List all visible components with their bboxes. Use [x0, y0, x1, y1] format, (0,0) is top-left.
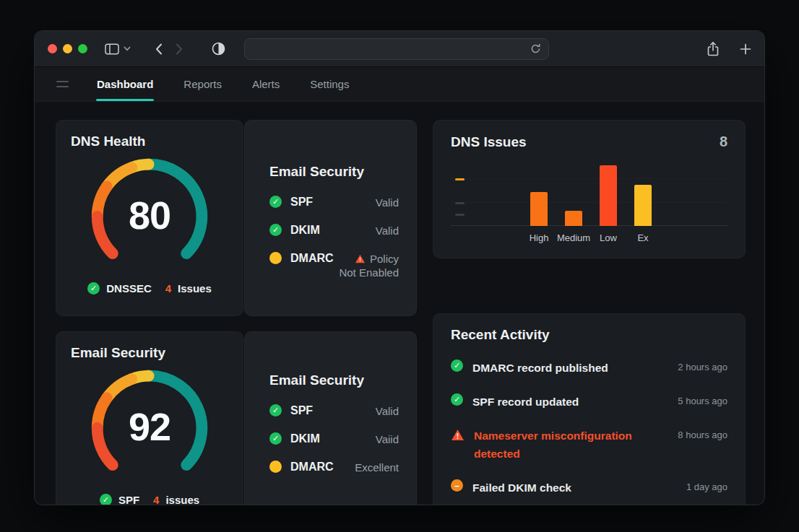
check-icon: ✓ [269, 404, 282, 417]
activity-item: ✓ SPF record updated 5 hours ago [451, 385, 727, 419]
reload-icon[interactable] [530, 43, 541, 54]
chart-baseline [451, 225, 727, 226]
contrast-icon[interactable] [212, 42, 225, 56]
y-tick-low [455, 214, 465, 216]
activity-time: 5 hours ago [678, 393, 727, 406]
dns-health-issue-count: 4 [165, 282, 171, 295]
dmarc-row: DMARC ! Policy Not Enabled [269, 252, 399, 279]
activity-text: DMARC record published [472, 359, 608, 377]
check-icon: ✓ [100, 494, 112, 505]
check-icon: ✓ [451, 393, 463, 406]
email-security-footer: ✓ SPF 4 issues [71, 494, 228, 505]
zoom-window-button[interactable] [78, 44, 87, 53]
activity-text: Failed DKIM check [472, 479, 571, 497]
chart-x-labels: High Medium Low Ex [451, 232, 727, 248]
dmarc-value: Excellent [355, 461, 399, 474]
dns-health-footer-label: DNSSEC [106, 282, 152, 295]
activity-item-alert: ! Nameserver misconfiguration detected 8… [451, 419, 727, 471]
email-security-top-title: Email Security [269, 164, 399, 180]
bar-high [530, 192, 548, 226]
activity-text: Nameserver misconfiguration detected [474, 427, 653, 463]
tab-dashboard[interactable]: Dashboard [82, 67, 168, 101]
app-navbar: Dashboard Reports Alerts Settings [35, 67, 764, 102]
address-bar[interactable] [244, 38, 549, 60]
recent-activity-title: Recent Activity [451, 327, 727, 343]
spf-row: ✓ SPF Valid [269, 404, 399, 418]
email-security-bottom-card: Email Security ✓ SPF Valid ✓ DKIM Vaiid … [244, 331, 417, 505]
gridline [451, 178, 727, 179]
nav-tabs: Dashboard Reports Alerts Settings [82, 67, 364, 101]
email-security-gauge-card: Email Security 92 ✓ SPF 4 issues [56, 331, 243, 505]
dmarc-value: ! Policy Not Enabled [339, 252, 399, 279]
bar-ex [634, 185, 652, 226]
email-gauge-footer-label: SPF [118, 494, 139, 505]
dmarc-label: DMARC [290, 252, 334, 265]
warning-triangle-icon: ! [451, 429, 465, 441]
sidebar-toggle-icon[interactable] [105, 43, 119, 55]
svg-text:!: ! [457, 432, 459, 440]
y-tick-high [455, 178, 465, 180]
dns-issues-card: DNS Issues 8 High Medium Low Ex [433, 120, 746, 258]
activity-time: 8 hours ago [678, 427, 727, 440]
dkim-row: ✓ DKIM Vaiid [269, 432, 399, 446]
activity-list: ✓ DMARC record published 2 hours ago ✓ S… [451, 351, 727, 505]
activity-item: ✓ DMARC record published 2 hours ago [451, 351, 727, 385]
check-icon: ✓ [269, 224, 282, 236]
browser-window: Dashboard Reports Alerts Settings DNS He… [34, 30, 765, 505]
close-window-button[interactable] [48, 44, 57, 53]
tab-alerts[interactable]: Alerts [237, 67, 295, 101]
activity-item: ✓ DNSSEC enabled 2 days ago [451, 505, 727, 505]
check-icon: ✓ [87, 282, 100, 295]
email-security-gauge-title: Email Security [71, 345, 228, 361]
recent-activity-card: Recent Activity ✓ DMARC record published… [433, 313, 746, 505]
back-button[interactable] [155, 43, 163, 55]
dmarc-value-line2: Not Enabled [339, 266, 399, 279]
amber-dot-icon [269, 252, 282, 264]
bar-low [600, 165, 617, 226]
dns-health-issue-label: Issues [178, 282, 212, 295]
spf-row: ✓ SPF Valid [269, 196, 399, 209]
activity-item: – Failed DKIM check 1 day ago [451, 471, 727, 505]
y-tick-mid [455, 202, 465, 204]
activity-time: 2 hours ago [678, 359, 727, 372]
spf-value: Valid [376, 404, 399, 418]
dns-issues-chart [451, 161, 727, 226]
dkim-label: DKIM [290, 224, 320, 237]
menu-icon[interactable] [56, 81, 69, 87]
chevron-down-icon[interactable] [124, 46, 131, 51]
dmarc-row: DMARC Excellent [269, 461, 399, 474]
share-icon[interactable] [707, 41, 720, 57]
tab-settings[interactable]: Settings [295, 67, 364, 101]
activity-text: SPF record updated [472, 393, 579, 411]
gridline [451, 202, 727, 203]
dmarc-value-line1: Policy [370, 252, 399, 266]
email-security-bottom-title: Email Security [269, 372, 399, 388]
dkim-value: Vaiid [376, 432, 399, 446]
minus-circle-icon: – [451, 479, 463, 492]
dns-health-score: 80 [82, 193, 217, 237]
dns-health-card: DNS Health 80 ✓ DNSSEC 4 Issues [56, 120, 243, 316]
svg-text:!: ! [359, 256, 361, 263]
activity-time: 1 day ago [686, 479, 727, 492]
address-input[interactable] [252, 43, 530, 54]
dkim-value: Valid [376, 224, 399, 237]
dns-health-footer: ✓ DNSSEC 4 Issues [71, 282, 228, 295]
new-tab-icon[interactable] [740, 43, 751, 55]
dkim-label: DKIM [290, 432, 320, 445]
traffic-lights [48, 44, 87, 53]
spf-label: SPF [290, 404, 313, 417]
tab-reports[interactable]: Reports [168, 67, 237, 101]
dns-issues-count: 8 [720, 134, 727, 150]
forward-button[interactable] [176, 43, 183, 55]
check-icon: ✓ [269, 432, 282, 445]
dmarc-label: DMARC [290, 461, 334, 474]
dkim-row: ✓ DKIM Valid [269, 224, 399, 237]
email-security-gauge: 92 [82, 364, 217, 492]
amber-dot-icon [269, 461, 282, 473]
check-icon: ✓ [451, 359, 463, 372]
warning-triangle-icon: ! [355, 254, 366, 263]
minimize-window-button[interactable] [63, 44, 72, 53]
spf-label: SPF [290, 196, 313, 209]
browser-toolbar [35, 31, 764, 67]
email-security-score: 92 [82, 404, 217, 449]
